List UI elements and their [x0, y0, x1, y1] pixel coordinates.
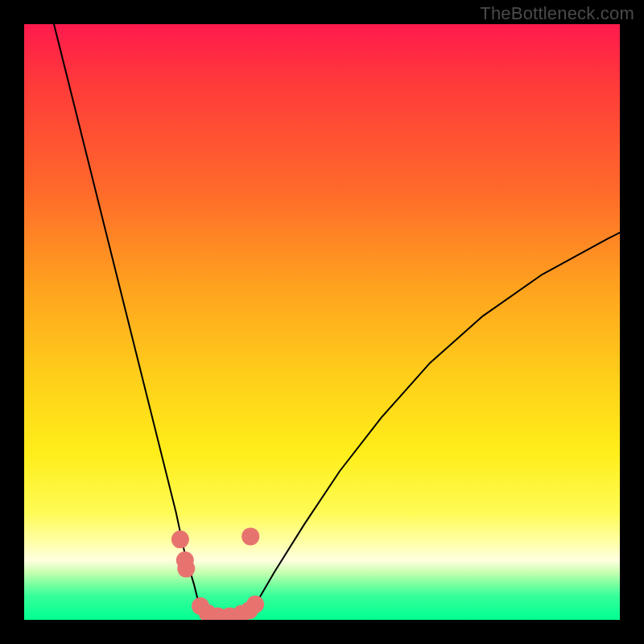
- chart-svg: [24, 24, 620, 620]
- marker-dot: [242, 527, 259, 545]
- curve-path: [54, 24, 620, 618]
- plot-area: [24, 24, 620, 620]
- chart-frame: TheBottleneck.com: [0, 0, 644, 644]
- marker-dot: [246, 596, 264, 613]
- bottleneck-curve: [54, 24, 620, 618]
- highlight-markers: [171, 527, 264, 620]
- marker-dot: [171, 530, 189, 548]
- marker-dot: [177, 559, 195, 577]
- watermark-text: TheBottleneck.com: [480, 3, 634, 24]
